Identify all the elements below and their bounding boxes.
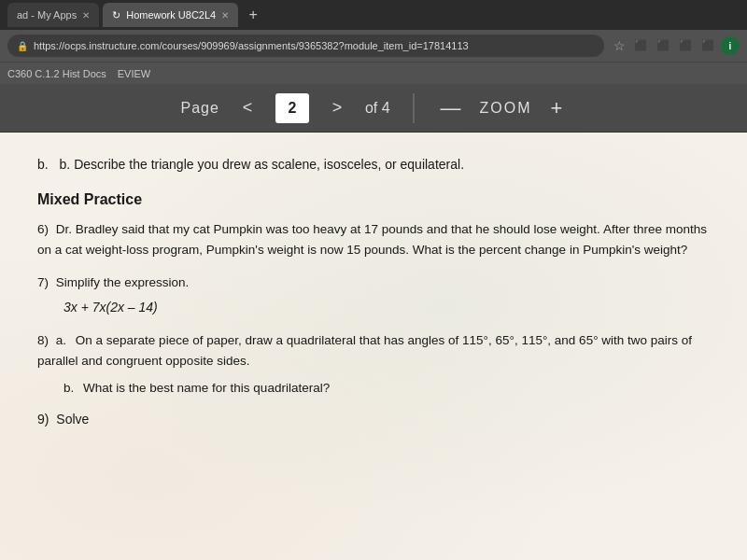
- zoom-label: ZOOM: [480, 100, 532, 117]
- page-label: Page: [181, 100, 219, 117]
- problem-7-expression: 3x + 7x(2x – 14): [63, 297, 710, 317]
- problem-9: 9) Solve: [37, 412, 710, 427]
- problem-8: 8) a. On a separate piece of paper, draw…: [37, 330, 710, 399]
- problem-8a-label: a.: [56, 333, 66, 347]
- document-content: b. b. Describe the triangle you drew as …: [0, 133, 747, 560]
- browser-actions: ⬛ ⬛ ⬛ ⬛ i: [631, 36, 740, 55]
- problem-8b-text: What is the best name for this quadrilat…: [83, 381, 330, 395]
- browser-action-3[interactable]: ⬛: [676, 36, 695, 55]
- browser-action-4[interactable]: ⬛: [698, 36, 717, 55]
- browser-action-profile[interactable]: i: [721, 36, 740, 55]
- tab-myapps[interactable]: ad - My Apps ✕: [7, 3, 99, 27]
- prev-page-button[interactable]: <: [234, 95, 261, 121]
- zoom-out-button[interactable]: —: [437, 96, 465, 120]
- problem-8-number: 8): [37, 333, 49, 347]
- bookmark-star-icon[interactable]: ☆: [613, 38, 626, 53]
- problem-6: 6) Dr. Bradley said that my cat Pumpkin …: [37, 219, 710, 259]
- tab-bar: ad - My Apps ✕ ↻ Homework U8C2L4 ✕ +: [0, 0, 747, 30]
- problem-8b-label: b.: [63, 381, 74, 395]
- problem-b-label: b.: [37, 157, 49, 172]
- problem-7-number: 7): [37, 275, 49, 289]
- problem-6-text: Dr. Bradley said that my cat Pumpkin was…: [37, 222, 707, 257]
- problem-7: 7) Simplify the expression. 3x + 7x(2x –…: [37, 273, 710, 317]
- toolbar-divider: [413, 93, 415, 123]
- tab-homework-icon: ↻: [112, 9, 120, 21]
- problem-6-number: 6): [37, 222, 49, 236]
- browser-action-2[interactable]: ⬛: [654, 36, 672, 55]
- section-title: Mixed Practice: [37, 191, 710, 208]
- problem-8b: b. What is the best name for this quadri…: [63, 378, 710, 399]
- page-of-total: of 4: [365, 100, 390, 117]
- problem-b: b. b. Describe the triangle you drew as …: [37, 155, 710, 175]
- problem-7-text: Simplify the expression.: [56, 275, 190, 289]
- tab-homework[interactable]: ↻ Homework U8C2L4 ✕: [103, 3, 238, 27]
- browser-chrome: ad - My Apps ✕ ↻ Homework U8C2L4 ✕ + 🔒 h…: [0, 0, 747, 84]
- tab-homework-label: Homework U8C2L4: [126, 9, 216, 21]
- new-tab-button[interactable]: +: [242, 4, 264, 26]
- problem-9-number: 9): [37, 412, 49, 427]
- page-toolbar: Page < 2 > of 4 — ZOOM +: [0, 84, 747, 133]
- address-bar-row: 🔒 https://ocps.instructure.com/courses/9…: [0, 30, 747, 62]
- browser-action-1[interactable]: ⬛: [631, 36, 650, 55]
- current-page-display: 2: [275, 93, 309, 123]
- address-text: https://ocps.instructure.com/courses/909…: [34, 40, 469, 51]
- problem-b-text: b. Describe the triangle you drew as sca…: [60, 157, 464, 172]
- address-bar[interactable]: 🔒 https://ocps.instructure.com/courses/9…: [7, 35, 604, 57]
- bookmark-c360[interactable]: C360 C.1.2 Hist Docs: [7, 68, 106, 79]
- lock-icon: 🔒: [17, 41, 28, 51]
- next-page-button[interactable]: >: [324, 95, 350, 121]
- tab-myapps-close[interactable]: ✕: [82, 10, 90, 21]
- problem-8a-text: On a separate piece of paper, draw a qua…: [37, 333, 692, 368]
- zoom-in-button[interactable]: +: [547, 96, 567, 120]
- bookmark-eview[interactable]: EVIEW: [118, 68, 150, 79]
- tab-myapps-label: ad - My Apps: [17, 9, 77, 21]
- bookmarks-bar: C360 C.1.2 Hist Docs EVIEW: [0, 62, 747, 84]
- tab-homework-close[interactable]: ✕: [221, 10, 229, 21]
- problem-9-text: Solve: [56, 412, 89, 427]
